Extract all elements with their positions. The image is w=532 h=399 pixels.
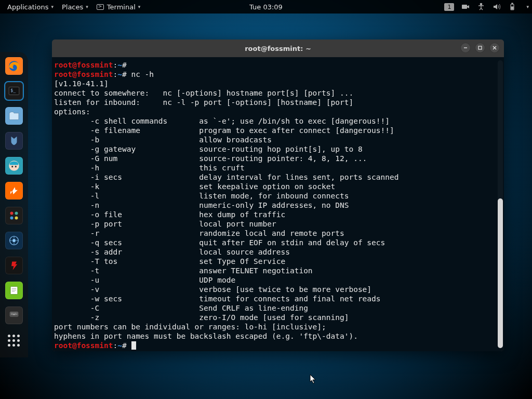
menu-terminal-label: Terminal <box>107 3 136 11</box>
terminal-content[interactable]: root@fossmint:~# root@fossmint:~# nc -h … <box>52 57 504 351</box>
svg-point-14 <box>15 217 18 220</box>
menu-applications-label: Applications <box>7 3 48 11</box>
menu-places[interactable]: Places ▾ <box>58 0 92 14</box>
svg-rect-26 <box>15 313 16 314</box>
launcher-leafpad[interactable] <box>5 282 23 299</box>
svg-rect-23 <box>11 313 12 314</box>
launcher-faraday[interactable] <box>5 257 23 274</box>
window-titlebar[interactable]: root@fossmint: ~ <box>52 39 504 57</box>
launcher-zenmap[interactable] <box>5 232 23 249</box>
svg-rect-17 <box>10 286 18 294</box>
camera-icon[interactable] <box>461 3 470 11</box>
chevron-down-icon: ▾ <box>138 4 141 9</box>
window-controls <box>460 43 500 53</box>
top-panel: Applications ▾ Places ▾ Terminal ▾ Tue 0… <box>0 0 532 14</box>
maximize-button[interactable] <box>475 43 485 53</box>
minimize-button[interactable] <box>460 43 471 53</box>
svg-rect-30 <box>17 314 18 315</box>
chevron-down-icon: ▾ <box>86 4 88 9</box>
menu-places-label: Places <box>62 3 83 11</box>
svg-point-13 <box>10 217 14 220</box>
svg-rect-25 <box>14 313 15 314</box>
tray: 1 ▾ <box>444 3 529 11</box>
cursor-icon <box>310 374 317 384</box>
svg-rect-32 <box>478 46 482 49</box>
terminal-icon <box>97 4 104 10</box>
svg-point-12 <box>15 212 18 215</box>
launcher-firefox[interactable] <box>5 57 23 75</box>
launcher-metasploit[interactable] <box>5 132 23 150</box>
svg-point-16 <box>12 239 16 242</box>
svg-rect-24 <box>12 313 14 314</box>
menu-applications[interactable]: Applications ▾ <box>3 0 58 14</box>
launcher-maltego[interactable] <box>5 207 23 224</box>
launcher-files[interactable] <box>5 107 23 125</box>
clock[interactable]: Tue 03:09 <box>245 0 287 14</box>
launcher-armitage[interactable] <box>5 157 23 175</box>
chevron-down-icon: ▾ <box>51 4 54 9</box>
svg-rect-27 <box>17 313 17 314</box>
dock: $_ <box>0 52 28 357</box>
svg-rect-4 <box>511 7 513 9</box>
svg-rect-29 <box>12 314 16 315</box>
svg-point-1 <box>481 3 482 5</box>
launcher-burpsuite[interactable] <box>5 182 23 200</box>
window-title: root@fossmint: ~ <box>245 45 311 52</box>
workspace-indicator[interactable]: 1 <box>444 3 454 11</box>
svg-rect-3 <box>512 3 513 4</box>
close-button[interactable] <box>489 43 500 53</box>
clock-label: Tue 03:09 <box>249 3 283 11</box>
menu-terminal[interactable]: Terminal ▾ <box>92 0 144 14</box>
svg-point-10 <box>15 166 17 167</box>
launcher-terminal[interactable]: $_ <box>5 82 23 100</box>
battery-icon[interactable] <box>508 3 516 11</box>
show-apps-button[interactable] <box>7 334 21 348</box>
scrollbar-thumb[interactable] <box>498 198 503 348</box>
terminal-scrollbar[interactable] <box>498 60 503 348</box>
svg-point-11 <box>10 212 14 215</box>
svg-text:$_: $_ <box>10 88 16 93</box>
accessibility-icon[interactable] <box>477 3 485 11</box>
svg-rect-0 <box>462 5 467 9</box>
svg-point-9 <box>11 166 13 167</box>
volume-icon[interactable] <box>493 3 501 11</box>
launcher-onboard[interactable] <box>5 307 23 324</box>
terminal-window: root@fossmint: ~ root@fossmint:~# root@f… <box>52 39 504 351</box>
svg-rect-28 <box>11 314 12 315</box>
chevron-down-icon[interactable]: ▾ <box>526 4 529 9</box>
